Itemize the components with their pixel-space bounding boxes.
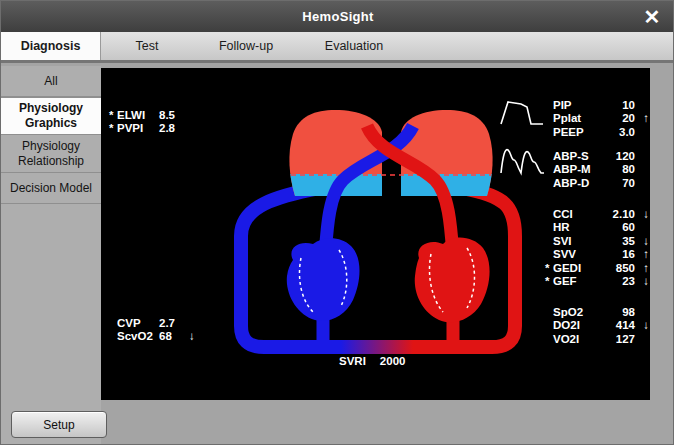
param-label: GEF <box>553 275 599 287</box>
param-trend-arrow: ↓ <box>635 275 649 287</box>
param-label: SVI <box>553 235 599 247</box>
tab-evaluation[interactable]: Evaluation <box>299 32 409 60</box>
sidebar: All Physiology Graphics Physiology Relat… <box>1 66 101 445</box>
param-row-spo2: SpO2 98 <box>545 305 649 319</box>
param-row-pvpi: * PVPI 2.8 <box>109 122 201 136</box>
param-value: 16 <box>599 248 635 260</box>
param-label: CVP <box>117 317 159 329</box>
param-label: ELWI <box>117 109 159 121</box>
param-label: ABP-D <box>553 177 599 189</box>
param-row-cvp: CVP 2.7 <box>109 316 201 330</box>
param-label: PEEP <box>553 126 599 138</box>
param-value: 2.7 <box>159 317 189 329</box>
param-label: DO2I <box>553 319 599 331</box>
sidebar-item-all[interactable]: All <box>1 66 101 97</box>
physiology-panel: * ELWI 8.5 * PVPI 2.8 CVP 2.7 <box>101 68 650 400</box>
param-trend-arrow: ↑ <box>635 262 649 274</box>
param-label: PIP <box>553 99 599 111</box>
param-row-pplat: Pplat 20 ↑ <box>545 112 649 126</box>
param-label: ScvO2 <box>117 330 159 342</box>
cvp-scvo2-group: CVP 2.7 ScvO2 68 ↓ <box>109 316 201 343</box>
param-label: CCI <box>553 208 599 220</box>
param-row-abp-m: ABP-M 80 <box>545 163 649 177</box>
param-value: 35 <box>599 235 635 247</box>
setup-button[interactable]: Setup <box>11 411 107 438</box>
param-value: 850 <box>599 262 635 274</box>
param-value: 23 <box>599 275 635 287</box>
sidebar-item-decision-model[interactable]: Decision Model <box>1 173 101 204</box>
hemosight-window: HemoSight ✕ Diagnosis Test Follow-up Eva… <box>0 0 674 445</box>
param-row-hr: HR 60 <box>545 221 649 235</box>
param-label: SpO2 <box>553 306 599 318</box>
param-row-peep: PEEP 3.0 <box>545 125 649 139</box>
param-value: 2.10 <box>599 208 635 220</box>
param-value: 70 <box>599 177 635 189</box>
param-row-pip: PIP 10 <box>545 98 649 112</box>
sidebar-item-physiology-relationship[interactable]: Physiology Relationship <box>1 135 101 173</box>
close-icon[interactable]: ✕ <box>639 4 665 30</box>
param-row-gedi: * GEDI 850 ↑ <box>545 261 649 275</box>
param-value: 8.5 <box>159 109 189 121</box>
param-label: ABP-M <box>553 163 599 175</box>
param-label: Pplat <box>553 112 599 124</box>
oxygenation-group: SpO2 98 DO2I 414 ↓ VO2I 127 <box>545 305 649 346</box>
param-star: * <box>109 109 117 121</box>
param-row-gef: * GEF 23 ↓ <box>545 275 649 289</box>
abp-group: ABP-S 120 ABP-M 80 ABP-D 70 <box>545 149 649 190</box>
param-trend-arrow: ↓ <box>635 208 649 220</box>
content-area: All Physiology Graphics Physiology Relat… <box>1 66 674 445</box>
param-value: 10 <box>599 99 635 111</box>
param-label: PVPI <box>117 122 159 134</box>
param-row-elwi: * ELWI 8.5 <box>109 108 201 122</box>
param-value: 60 <box>599 221 635 233</box>
param-trend-arrow: ↑ <box>635 248 649 260</box>
param-value: 98 <box>599 306 635 318</box>
param-label: GEDI <box>553 262 599 274</box>
param-value: 120 <box>599 150 635 162</box>
param-trend-arrow: ↓ <box>635 319 649 331</box>
param-star: * <box>545 262 553 274</box>
param-label: ABP-S <box>553 150 599 162</box>
param-row-scvo2: ScvO2 68 ↓ <box>109 330 201 344</box>
param-label: HR <box>553 221 599 233</box>
param-value: 20 <box>599 112 635 124</box>
titlebar: HemoSight ✕ <box>1 1 674 32</box>
param-value: 3.0 <box>599 126 635 138</box>
param-value: 2000 <box>380 355 406 367</box>
param-row-abp-d: ABP-D 70 <box>545 176 649 190</box>
sidebar-item-physiology-graphics[interactable]: Physiology Graphics <box>1 97 101 135</box>
param-trend-arrow: ↑ <box>635 112 649 124</box>
tab-diagnosis[interactable]: Diagnosis <box>1 32 101 60</box>
param-trend-arrow: ↓ <box>189 330 201 342</box>
param-label: SVV <box>553 248 599 260</box>
tab-follow-up[interactable]: Follow-up <box>193 32 299 60</box>
param-row-svi: SVI 35 ↓ <box>545 234 649 248</box>
param-row-svv: SVV 16 ↑ <box>545 248 649 262</box>
param-star: * <box>545 275 553 287</box>
tabbar: Diagnosis Test Follow-up Evaluation <box>1 32 674 63</box>
tab-test[interactable]: Test <box>101 32 193 60</box>
param-row-vo2i: VO2I 127 <box>545 332 649 346</box>
param-value: 414 <box>599 319 635 331</box>
param-row-abp-s: ABP-S 120 <box>545 149 649 163</box>
hemodynamic-group: CCI 2.10 ↓ HR 60 SVI 35 ↓ <box>545 207 649 288</box>
param-trend-arrow: ↓ <box>635 235 649 247</box>
ventilation-waveform-icon <box>499 94 545 128</box>
param-star: * <box>109 122 117 134</box>
param-label: VO2I <box>553 333 599 345</box>
param-value: 2.8 <box>159 122 189 134</box>
param-value: 80 <box>599 163 635 175</box>
window-title: HemoSight <box>302 9 373 24</box>
arterial-waveform-icon <box>499 142 545 178</box>
param-label: SVRI <box>339 355 366 367</box>
param-row-cci: CCI 2.10 ↓ <box>545 207 649 221</box>
param-row-do2i: DO2I 414 ↓ <box>545 319 649 333</box>
param-value: 68 <box>159 330 189 342</box>
elwi-pvpi-group: * ELWI 8.5 * PVPI 2.8 <box>109 108 201 135</box>
svri-row: SVRI 2000 <box>339 355 405 367</box>
ventilation-group: PIP 10 Pplat 20 ↑ PEEP 3.0 <box>545 98 649 139</box>
param-value: 127 <box>599 333 635 345</box>
